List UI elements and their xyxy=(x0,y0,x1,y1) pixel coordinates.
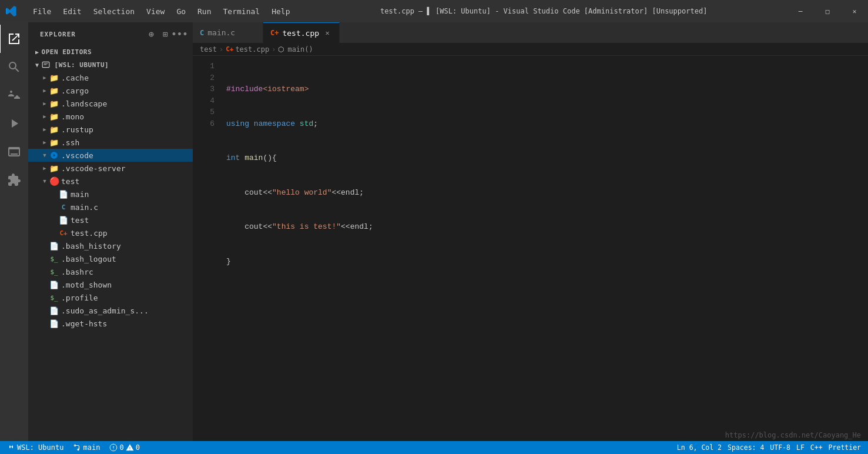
menu-file[interactable]: File xyxy=(27,0,57,22)
maximize-button[interactable]: □ xyxy=(814,0,841,22)
main-file-label: main xyxy=(71,190,89,199)
status-eol[interactable]: LF xyxy=(794,441,807,454)
code-editor[interactable]: 1 2 3 4 5 6 #include<iostream> using nam… xyxy=(193,56,868,441)
activity-extensions[interactable] xyxy=(0,166,28,194)
line-numbers: 1 2 3 4 5 6 xyxy=(193,56,219,441)
tree-item-cargo[interactable]: ▶ 📁 .cargo xyxy=(28,84,193,97)
status-position[interactable]: Ln 6, Col 2 xyxy=(675,441,724,454)
test-folder-arrow: ▼ xyxy=(40,176,49,186)
landscape-label: .landscape xyxy=(61,99,107,108)
bashrc-icon: $_ xyxy=(49,267,59,276)
tree-item-vscode[interactable]: ▼ .vscode xyxy=(28,149,193,162)
tree-item-ssh[interactable]: ▶ 📁 .ssh xyxy=(28,136,193,149)
tab-test-cpp-label: test.cpp xyxy=(282,29,319,38)
tree-item-profile[interactable]: ▶ $_ .profile xyxy=(28,291,193,304)
breadcrumb-func[interactable]: ⬡ main() xyxy=(278,45,313,54)
tree-item-motd[interactable]: ▶ 📄 .motd_shown xyxy=(28,278,193,291)
main-file-icon: 📄 xyxy=(59,189,68,199)
menu-terminal[interactable]: Terminal xyxy=(217,0,266,22)
status-spaces[interactable]: Spaces: 4 xyxy=(725,441,766,454)
activity-search[interactable] xyxy=(0,53,28,81)
status-right: Ln 6, Col 2 Spaces: 4 UTF-8 LF C++ Prett… xyxy=(675,441,863,454)
minimize-button[interactable]: ─ xyxy=(787,0,814,22)
menu-selection[interactable]: Selection xyxy=(88,0,140,22)
activity-remote[interactable] xyxy=(0,138,28,166)
sudo-label: .sudo_as_admin_s... xyxy=(61,306,149,315)
tree-item-landscape[interactable]: ▶ 📁 .landscape xyxy=(28,97,193,110)
menu-go[interactable]: Go xyxy=(170,0,192,22)
tab-test-cpp-close[interactable]: ✕ xyxy=(323,28,332,38)
test-folder-label: test xyxy=(61,177,79,186)
rustup-folder-icon: 📁 xyxy=(49,125,59,134)
cargo-arrow: ▶ xyxy=(40,86,49,95)
status-formatter[interactable]: Prettier xyxy=(826,441,863,454)
tab-test-cpp[interactable]: C+ test.cpp ✕ xyxy=(263,22,340,43)
code-line-3: int main(){ xyxy=(226,152,868,164)
new-folder-button[interactable]: ⊞ xyxy=(160,28,172,40)
activity-explorer[interactable] xyxy=(0,25,28,53)
close-button[interactable]: ✕ xyxy=(841,0,868,22)
tree-item-vscode-server[interactable]: ▶ 📁 .vscode-server xyxy=(28,162,193,175)
more-actions-button[interactable]: ••• xyxy=(174,28,186,40)
tree-item-sudo[interactable]: ▶ 📄 .sudo_as_admin_s... xyxy=(28,304,193,317)
tree-item-cache[interactable]: ▶ 📁 .cache xyxy=(28,71,193,84)
status-branch[interactable]: main xyxy=(71,441,102,454)
status-errors[interactable]: 0 0 xyxy=(107,441,142,454)
menu-edit[interactable]: Edit xyxy=(57,0,87,22)
new-file-button[interactable]: ⊕ xyxy=(146,28,157,40)
activity-bar xyxy=(0,22,28,441)
vscode-arrow: ▼ xyxy=(40,151,49,160)
breadcrumb-sep-1: › xyxy=(219,45,223,54)
tree-item-bashrc[interactable]: ▶ $_ .bashrc xyxy=(28,265,193,278)
tree-item-rustup[interactable]: ▶ 📁 .rustup xyxy=(28,123,193,136)
profile-label: .profile xyxy=(61,293,98,302)
mono-arrow: ▶ xyxy=(40,112,49,121)
tree-item-bash-logout[interactable]: ▶ $_ .bash_logout xyxy=(28,252,193,265)
status-warnings-label: 0 xyxy=(136,443,140,452)
status-encoding[interactable]: UTF-8 xyxy=(768,441,793,454)
remote-icon xyxy=(7,443,15,452)
menu-help[interactable]: Help xyxy=(266,0,296,22)
menu-run[interactable]: Run xyxy=(192,0,217,22)
breadcrumb-func-label: main() xyxy=(287,45,313,54)
ssh-arrow: ▶ xyxy=(40,138,49,147)
activity-source-control[interactable] xyxy=(0,81,28,109)
test-binary-label: test xyxy=(71,216,89,225)
status-bar: WSL: Ubuntu main 0 0 Ln 6, Col 2 Spaces:… xyxy=(0,441,868,454)
menu-view[interactable]: View xyxy=(140,0,170,22)
wsl-icon xyxy=(42,61,50,69)
tree-item-mono[interactable]: ▶ 📁 .mono xyxy=(28,110,193,123)
open-editors-label: OPEN EDITORS xyxy=(42,48,92,56)
test-cpp-icon: C+ xyxy=(59,228,68,238)
vscode-server-folder-icon: 📁 xyxy=(49,163,59,173)
ssh-label: .ssh xyxy=(61,138,79,147)
tree-item-test-binary[interactable]: ▶ 📄 test xyxy=(28,213,193,226)
line-num-1: 1 xyxy=(193,61,215,72)
cache-arrow: ▶ xyxy=(40,73,49,82)
breadcrumb-cpp[interactable]: C+ test.cpp xyxy=(226,45,269,54)
code-content[interactable]: #include<iostream> using namespace std; … xyxy=(219,56,868,441)
status-formatter-label: Prettier xyxy=(829,443,861,452)
status-errors-label: 0 xyxy=(119,443,123,452)
open-editors-section[interactable]: ▶ OPEN EDITORS xyxy=(28,46,193,58)
cargo-folder-icon: 📁 xyxy=(49,86,59,95)
tree-item-main[interactable]: ▶ 📄 main xyxy=(28,188,193,201)
line-num-4: 4 xyxy=(193,95,215,107)
titlebar: File Edit Selection View Go Run Terminal… xyxy=(0,0,868,22)
main-layout: EXPLORER ⊕ ⊞ ••• ▶ OPEN EDITORS ▼ [WSL: … xyxy=(0,22,868,441)
tree-item-test-folder[interactable]: ▼ 🔴 test xyxy=(28,175,193,188)
tree-item-wget[interactable]: ▶ 📄 .wget-hsts xyxy=(28,317,193,330)
activity-run[interactable] xyxy=(0,109,28,138)
mono-label: .mono xyxy=(61,112,84,121)
tab-bar: C main.c C+ test.cpp ✕ xyxy=(193,22,868,43)
tab-main-c[interactable]: C main.c xyxy=(193,22,263,43)
status-remote[interactable]: WSL: Ubuntu xyxy=(5,441,66,454)
tree-item-test-cpp[interactable]: ▶ C+ test.cpp xyxy=(28,226,193,239)
warning-icon xyxy=(126,443,134,452)
tree-item-main-c[interactable]: ▶ C main.c xyxy=(28,201,193,213)
wsl-ubuntu-section[interactable]: ▼ [WSL: UBUNTU] xyxy=(28,58,193,71)
breadcrumb-test[interactable]: test xyxy=(200,45,217,54)
status-language[interactable]: C++ xyxy=(808,441,825,454)
line-num-6: 6 xyxy=(193,118,215,130)
tree-item-bash-history[interactable]: ▶ 📄 .bash_history xyxy=(28,239,193,252)
